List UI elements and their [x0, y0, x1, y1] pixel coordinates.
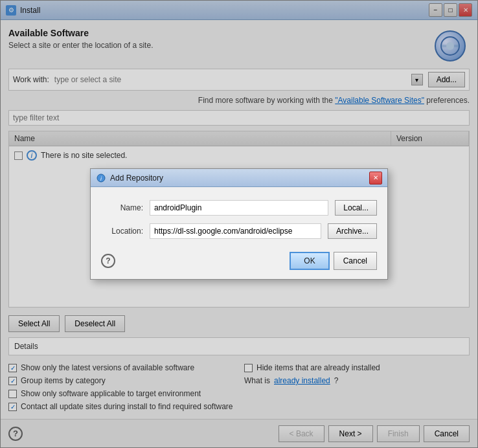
dialog-bottom: ? OK Cancel — [91, 247, 387, 279]
dialog-title: Add Repository — [110, 174, 369, 183]
dialog-content: Name: Local... Location: Archive... — [91, 187, 387, 247]
dialog-help-button[interactable]: ? — [101, 254, 115, 268]
dialog-titlebar: i Add Repository ✕ — [91, 169, 387, 187]
dialog-ok-button[interactable]: OK — [290, 252, 329, 270]
dialog-location-input[interactable] — [150, 223, 321, 239]
local-button[interactable]: Local... — [335, 200, 377, 216]
add-repository-dialog: i Add Repository ✕ Name: Local... Locati… — [90, 168, 388, 280]
dialog-name-input[interactable] — [150, 200, 328, 216]
dialog-close-button[interactable]: ✕ — [369, 172, 382, 185]
dialog-icon: i — [96, 173, 106, 183]
archive-button[interactable]: Archive... — [328, 223, 377, 239]
dialog-cancel-button[interactable]: Cancel — [334, 252, 377, 270]
dialog-overlay: i Add Repository ✕ Name: Local... Locati… — [0, 0, 478, 448]
dialog-location-label: Location: — [101, 227, 143, 236]
dialog-name-label: Name: — [101, 203, 143, 212]
dialog-name-row: Name: Local... — [101, 200, 377, 216]
dialog-action-buttons: OK Cancel — [290, 252, 377, 270]
dialog-location-row: Location: Archive... — [101, 223, 377, 239]
